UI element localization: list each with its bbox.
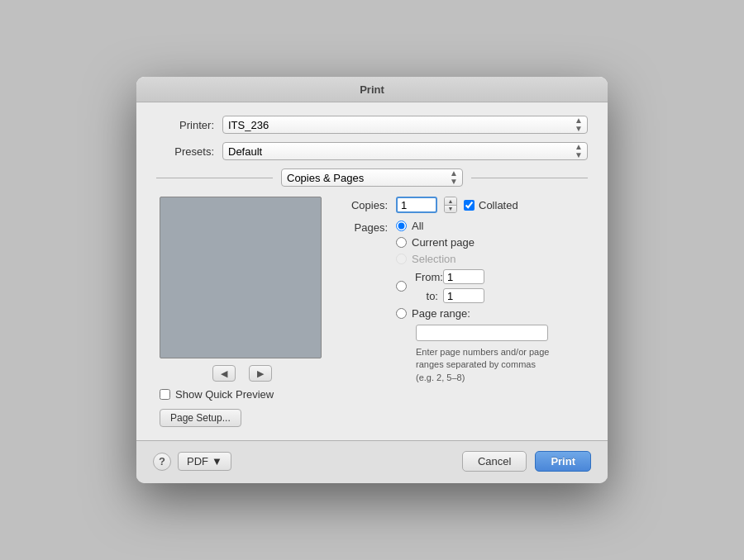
copies-input-wrapper: ▲ ▼ Collated — [396, 197, 518, 213]
print-button[interactable]: Print — [535, 451, 591, 472]
radio-current-label: Current page — [412, 236, 475, 249]
radio-selection-row: Selection — [396, 253, 552, 265]
to-label: to: — [415, 290, 438, 302]
from-to-grid: From: to: — [415, 269, 484, 303]
radio-page-range[interactable] — [396, 308, 407, 319]
copies-stepper-up[interactable]: ▲ — [445, 197, 456, 206]
prev-page-button[interactable]: ◀ — [212, 365, 236, 382]
to-row: to: — [415, 288, 484, 303]
printer-row: Printer: ITS_236 ▲▼ — [156, 116, 588, 134]
presets-select-wrapper: Default ▲▼ — [222, 142, 588, 160]
options-panel: Copies: ▲ ▼ Collated — [338, 197, 584, 427]
section-divider-row: Copies & Pages ▲▼ — [156, 168, 588, 187]
preview-controls: ◀ ▶ — [160, 365, 325, 382]
bottom-left: ? PDF ▼ — [153, 452, 231, 471]
collated-checkbox[interactable] — [464, 200, 475, 211]
radio-from[interactable] — [396, 281, 407, 292]
presets-label: Presets: — [156, 145, 214, 158]
cancel-button[interactable]: Cancel — [462, 451, 527, 472]
radio-from-row: From: to: — [396, 269, 552, 303]
radio-page-range-row: Page range: Enter page numbers and/or pa… — [396, 307, 552, 384]
radio-page-range-label: Page range: — [412, 307, 470, 320]
from-row: From: — [415, 269, 484, 284]
radio-all-row: All — [396, 220, 552, 232]
presets-select[interactable]: Default — [222, 142, 588, 160]
section-select[interactable]: Copies & Pages — [281, 168, 463, 187]
radio-current-page[interactable] — [396, 237, 407, 248]
printer-select-wrapper: ITS_236 ▲▼ — [222, 116, 588, 134]
radio-selection — [396, 254, 407, 264]
divider-left — [156, 178, 273, 178]
copies-stepper-down[interactable]: ▼ — [445, 206, 456, 213]
radio-all[interactable] — [396, 221, 407, 231]
page-range-radio-row: Page range: — [396, 307, 470, 320]
pdf-label: PDF — [187, 455, 208, 467]
divider-right — [471, 178, 588, 178]
copies-input[interactable] — [396, 197, 437, 213]
show-quick-preview-checkbox[interactable] — [160, 389, 170, 400]
radio-all-label: All — [412, 220, 423, 232]
preview-image — [160, 197, 322, 358]
page-range-hint: Enter page numbers and/or page ranges se… — [416, 346, 552, 384]
preview-panel: ◀ ▶ Show Quick Preview Page Setup... — [160, 197, 325, 427]
pdf-button[interactable]: PDF ▼ — [178, 452, 231, 471]
radio-selection-label: Selection — [412, 253, 455, 265]
collated-label: Collated — [479, 199, 518, 211]
presets-row: Presets: Default ▲▼ — [156, 142, 588, 160]
printer-select[interactable]: ITS_236 — [222, 116, 588, 134]
from-input[interactable] — [443, 269, 484, 284]
print-dialog: Print Printer: ITS_236 ▲▼ Presets: Defau… — [136, 77, 608, 483]
main-content: ◀ ▶ Show Quick Preview Page Setup... Cop… — [156, 197, 588, 427]
page-range-input[interactable] — [416, 325, 548, 341]
help-button[interactable]: ? — [153, 453, 171, 471]
to-input[interactable] — [443, 288, 484, 303]
copies-label: Copies: — [338, 199, 388, 211]
collated-wrapper: Collated — [464, 199, 518, 211]
dialog-title: Print — [136, 77, 608, 102]
pages-row: Pages: All Current page — [338, 220, 584, 384]
show-preview-row: Show Quick Preview — [160, 388, 325, 401]
next-page-button[interactable]: ▶ — [249, 365, 272, 382]
pdf-dropdown-arrow: ▼ — [212, 455, 222, 467]
from-label: From: — [415, 271, 438, 283]
show-quick-preview-label: Show Quick Preview — [175, 388, 274, 401]
dialog-body: Printer: ITS_236 ▲▼ Presets: Default ▲▼ — [136, 102, 608, 440]
bottom-right: Cancel Print — [462, 451, 591, 472]
printer-label: Printer: — [156, 119, 214, 131]
pages-label: Pages: — [338, 221, 388, 234]
section-select-wrapper: Copies & Pages ▲▼ — [281, 168, 463, 187]
bottom-bar: ? PDF ▼ Cancel Print — [136, 440, 608, 483]
page-setup-button[interactable]: Page Setup... — [160, 409, 241, 427]
copies-row: Copies: ▲ ▼ Collated — [338, 197, 584, 213]
radio-current-row: Current page — [396, 236, 552, 249]
pages-radio-group: All Current page Selection — [396, 220, 552, 384]
copies-stepper[interactable]: ▲ ▼ — [444, 197, 457, 213]
